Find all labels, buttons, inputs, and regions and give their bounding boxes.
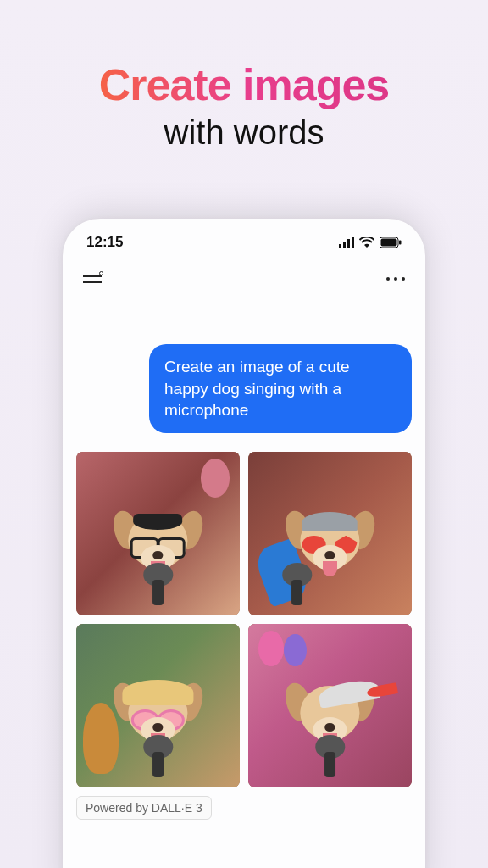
wifi-icon	[359, 237, 374, 248]
cellular-signal-icon	[339, 237, 354, 248]
status-indicators	[339, 237, 402, 248]
generated-image[interactable]	[76, 624, 240, 787]
generated-image[interactable]	[248, 452, 412, 615]
hero-subtitle: with words	[0, 114, 488, 152]
generated-image[interactable]	[76, 452, 240, 615]
generated-image-grid	[76, 452, 412, 787]
more-options-icon[interactable]	[386, 276, 405, 281]
status-bar: 12:15	[63, 219, 425, 256]
svg-rect-1	[343, 242, 346, 248]
svg-rect-0	[339, 244, 341, 248]
chat-area: Create an image of a cute happy dog sing…	[63, 293, 425, 820]
battery-icon	[380, 237, 402, 248]
svg-rect-5	[381, 239, 397, 247]
phone-mockup: 12:15 Create an image of a cute happy do…	[63, 219, 425, 868]
hero-title: Create images	[0, 59, 488, 110]
nav-bar	[63, 256, 425, 293]
generated-image[interactable]	[248, 624, 412, 787]
svg-rect-6	[399, 241, 402, 245]
menu-icon[interactable]	[83, 273, 102, 285]
svg-rect-3	[352, 237, 354, 248]
status-time: 12:15	[86, 234, 123, 251]
svg-rect-2	[347, 239, 350, 248]
hero: Create images with words	[0, 0, 488, 152]
attribution-badge: Powered by DALL·E 3	[76, 796, 212, 820]
user-message-bubble: Create an image of a cute happy dog sing…	[149, 344, 412, 433]
